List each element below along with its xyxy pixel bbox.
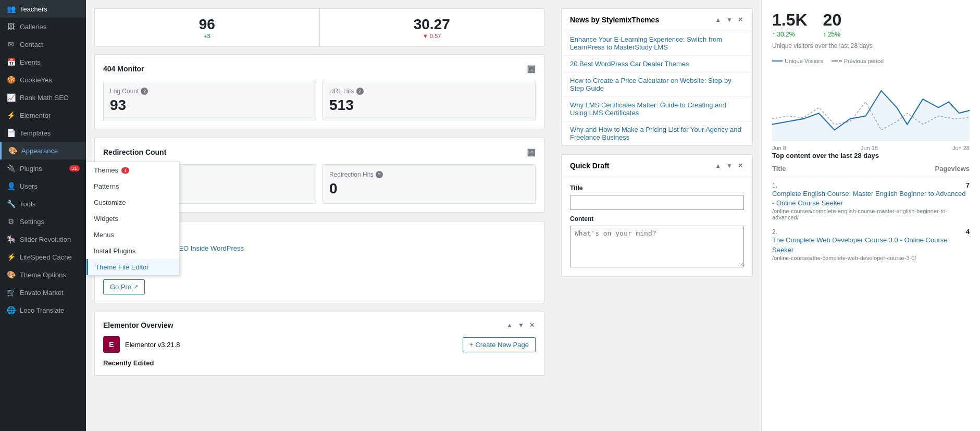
news-collapse-up[interactable]: ▲ [714,15,722,24]
plugins-icon: 🔌 [6,164,16,173]
loco-icon: 🌐 [6,305,16,315]
elementor-overview-card: Elementor Overview ▲ ▼ ✕ E Elementor v3.… [94,312,544,376]
sidebar-item-plugins[interactable]: 🔌 Plugins 11 [0,159,86,177]
sidebar-item-templates[interactable]: 📄 Templates [0,124,86,142]
analytics-chart: Jun 8 Jun 18 Jun 28 [772,68,970,141]
legend-previous-line [832,60,842,61]
close-card-btn[interactable]: ✕ [528,321,536,330]
news-card: News by StylemixThemes ▲ ▼ ✕ Enhance You… [561,8,753,146]
create-new-page-button[interactable]: + Create New Page [463,337,536,352]
redirections-title: Redirection Count [103,148,166,156]
sidebar-item-events[interactable]: 📅 Events [0,53,86,71]
sidebar-item-tools[interactable]: 🔧 Tools [0,195,86,213]
log-count-value: 93 [110,97,309,114]
redirections-chart-icon: ▦ [527,146,536,158]
themeoptions-icon: 🎨 [6,270,16,279]
recently-edited-label: Recently Edited [103,359,536,367]
monitor-chart-icon: ▦ [527,63,536,75]
draft-content-textarea[interactable] [570,226,744,267]
url-hits-value: 513 [329,97,529,114]
collapse-up-btn[interactable]: ▲ [505,321,514,330]
redir-hits-help[interactable]: ? [376,171,383,178]
galleries-icon: 🖼 [6,22,16,31]
slider-icon: 🎠 [6,235,16,244]
sidebar-item-cookieyes[interactable]: 🍪 CookieYes [0,71,86,89]
submenu-item-install-plugins[interactable]: Install Plugins [86,243,179,259]
content-url-2: /online-courses/the-complete-web-develop… [772,255,966,261]
news-close[interactable]: ✕ [737,15,744,24]
sidebar-item-rankmath[interactable]: 📈 Rank Math SEO [0,89,86,106]
draft-title-label: Title [570,184,744,192]
stat-score-change: +3 [102,33,312,39]
content-link-1[interactable]: Complete English Course: Master English … [772,189,966,208]
litespeed-icon: ⚡ [6,252,16,262]
url-hits-help[interactable]: ? [356,88,364,95]
url-hits-box: URL Hits ? 513 [322,81,536,120]
collapse-down-btn[interactable]: ▼ [517,321,525,330]
gopro-button[interactable]: Go Pro ↗ [103,279,145,294]
draft-body: Title Content [562,177,752,276]
events-icon: 📅 [6,57,16,67]
chart-labels: Jun 8 Jun 18 Jun 28 [772,145,970,151]
content-row-1: 1. Complete English Course: Master Engli… [772,181,970,220]
draft-close[interactable]: ✕ [737,161,744,170]
sidebar: 👥 Teachers 🖼 Galleries ✉ Contact 📅 Event… [0,0,86,431]
sidebar-item-litespeed[interactable]: ⚡ LiteSpeed Cache [0,248,86,266]
elementor-version: Elementor v3.21.8 [125,341,180,349]
news-item-2[interactable]: 20 Best WordPress Car Dealer Themes [562,56,752,72]
sidebar-item-loco[interactable]: 🌐 Loco Translate [0,301,86,319]
stat-rate-change: ▼ 0.57 [327,33,537,39]
right-panel: News by StylemixThemes ▲ ▼ ✕ Enhance You… [553,0,761,431]
main-content: 96 +3 30.27 ▼ 0.57 404 Monitor ▦ [86,0,980,431]
sidebar-item-elementor[interactable]: ⚡ Elementor [0,106,86,124]
content-pageviews-1: 7 [966,181,970,189]
draft-title-input[interactable] [570,195,744,210]
unique-visitors-stat: 1.5K ↑ 30.2% [772,10,808,38]
svg-marker-0 [772,91,970,141]
sidebar-item-teachers[interactable]: 👥 Teachers [0,0,86,18]
legend-unique-line [772,60,783,61]
sidebar-item-themeoptions[interactable]: 🎨 Theme Options [0,266,86,284]
content-row-2: 2. The Complete Web Developer Course 3.0… [772,228,970,261]
news-card-header: News by StylemixThemes ▲ ▼ ✕ [562,9,752,31]
contact-icon: ✉ [6,40,16,49]
content-link-2[interactable]: The Complete Web Developer Course 3.0 - … [772,236,966,254]
draft-collapse-down[interactable]: ▼ [725,161,734,170]
news-item-3[interactable]: How to Create a Price Calculator on Webs… [562,72,752,97]
submenu-item-themes[interactable]: Themes 1 [86,162,179,178]
analytics-subtitle: Unique visitors over the last 28 days [772,42,970,50]
chart-legend: Unique Visitors Previous period [772,58,970,64]
news-item-5[interactable]: Why and How to Make a Pricing List for Y… [562,121,752,145]
stat-score: 96 +3 [95,9,320,46]
sidebar-item-contact[interactable]: ✉ Contact [0,35,86,53]
sidebar-item-settings[interactable]: ⚙ Settings [0,213,86,230]
sidebar-item-appearance[interactable]: 🎨 Appearance [0,142,86,159]
sidebar-item-galleries[interactable]: 🖼 Galleries [0,18,86,35]
analytics-panel: 1.5K ↑ 30.2% 20 ↑ 25% Unique visitors ov… [761,0,980,431]
elementor-version-row: E Elementor v3.21.8 + Create New Page [103,336,536,353]
submenu-item-theme-file-editor[interactable]: Theme File Editor [86,259,179,275]
sidebar-item-envato[interactable]: 🛒 Envato Market [0,284,86,301]
redir-hits-box: Redirection Hits ? 0 [322,164,536,204]
stat-score-value: 96 [102,16,312,33]
news-collapse-down[interactable]: ▼ [725,15,734,24]
plugins-badge: 11 [69,165,80,171]
analytics-stats-row: 1.5K ↑ 30.2% 20 ↑ 25% [772,10,970,38]
quick-draft-header: Quick Draft ▲ ▼ ✕ [562,155,752,177]
submenu-item-widgets[interactable]: Widgets [86,211,179,227]
news-item-1[interactable]: Enhance Your E-Learning Experience: Swit… [562,31,752,56]
elementor-icon: ⚡ [6,110,16,120]
sidebar-item-users[interactable]: 👤 Users [0,177,86,195]
tools-icon: 🔧 [6,199,16,208]
submenu-item-customize[interactable]: Customize [86,194,179,211]
sidebar-item-slider[interactable]: 🎠 Slider Revolution [0,230,86,248]
monitor-404-title: 404 Monitor [103,65,144,73]
top-content-header: Title Pageviews [772,165,970,176]
news-item-4[interactable]: Why LMS Certificates Matter: Guide to Cr… [562,97,752,121]
log-count-help[interactable]: ? [141,88,148,95]
envato-icon: 🛒 [6,288,16,297]
monitor-stats-grid: Log Count ? 93 URL Hits ? 513 [103,81,536,120]
submenu-item-patterns[interactable]: Patterns [86,178,179,194]
draft-collapse-up[interactable]: ▲ [714,161,722,170]
submenu-item-menus[interactable]: Menus [86,227,179,243]
